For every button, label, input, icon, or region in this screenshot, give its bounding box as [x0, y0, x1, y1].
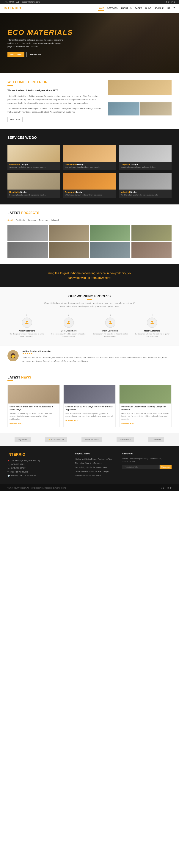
news-read-3[interactable]: READ MORE » [121, 423, 134, 425]
welcome-section: WELCOME TO INTERIOR We are the best Inte… [0, 73, 179, 129]
logo[interactable]: INTERRIO [4, 6, 21, 10]
footer-phone1[interactable]: 📞(+01) 987 654 321 [7, 463, 69, 466]
email-address[interactable]: support@interrio.com [22, 1, 40, 3]
social-pinterest[interactable]: p [174, 1, 175, 3]
testimonial-section: 👩 Ashley Fletcher - Homemaker ★★★★★ Toda… [0, 345, 179, 369]
nav-links: HOME SERVICES ABOUT US PAGES BLOG JOOMLA… [98, 6, 175, 11]
newsletter-subscribe-button[interactable]: Subscribe [159, 465, 172, 469]
news-read-2[interactable]: READ MORE » [65, 420, 78, 422]
projects-grid [7, 225, 172, 258]
hero-cta-button[interactable]: GET IT NOW [7, 52, 24, 57]
bottom-social-google[interactable]: g+ [163, 487, 166, 489]
filter-restaurant[interactable]: Restaurant [39, 219, 48, 222]
service-hospitality-desc: Designing hospital area with equipments … [9, 194, 58, 196]
nav-menu[interactable]: ☰ [173, 6, 175, 11]
project-item[interactable] [49, 242, 89, 258]
footer-hours: 🕐Monday - Sat / 09:30 to 18:30 [7, 474, 69, 477]
service-commercial-img [63, 145, 116, 162]
news-title: LATEST NEWS [7, 375, 172, 379]
projects-underline [7, 216, 13, 216]
news-underline [7, 380, 13, 381]
welcome-image-2 [141, 102, 172, 116]
top-bar-contacts: (+01) 987 654 321 support@interrio.com [4, 1, 40, 3]
project-item[interactable] [131, 242, 172, 258]
news-image-3 [120, 385, 171, 403]
welcome-images [108, 80, 172, 122]
footer-news-heading: Popular News [75, 453, 116, 455]
hero-read-more-button[interactable]: READ MORE [26, 52, 44, 57]
client-home-energy: HOME ENERGY [82, 437, 102, 442]
welcome-heading: We are the best Interior designer since … [7, 88, 102, 93]
project-item[interactable] [90, 242, 130, 258]
footer-link-4[interactable]: Contemporary Kitchens for Every Budget [75, 469, 116, 474]
news-card-2: Kitchen Ideas: 11 Neat Ways to Store You… [63, 385, 116, 427]
service-residential-desc: We design Wardrobes, Kitchen Cabinets ba… [9, 166, 58, 168]
project-item[interactable] [90, 225, 130, 241]
nav-joomla[interactable]: JOOMLA! [155, 6, 164, 11]
footer-bottom: © 2016 Your Company. All Rights Reserved… [0, 484, 179, 491]
footer-link-1[interactable]: Kitchen and Dining Rooms Furniture for Y… [75, 457, 116, 461]
process-section: OUR WORKING PROCESS We've distilled our … [0, 287, 179, 345]
project-item[interactable] [7, 225, 48, 241]
filter-industrial[interactable]: Industrial [51, 219, 59, 222]
nav-home[interactable]: HOME [98, 6, 104, 11]
footer-logo: INTERRIO [7, 453, 69, 457]
phone-number[interactable]: (+01) 987 654 321 [4, 1, 19, 3]
person-icon [25, 320, 29, 325]
footer-col-news: Popular News Kitchen and Dining Rooms Fu… [75, 453, 116, 478]
nav-services[interactable]: SERVICES [107, 6, 117, 11]
learn-more-button[interactable]: Learn More [7, 117, 23, 122]
footer-section: INTERRIO 📍238 interrio (In park) New Yor… [0, 446, 179, 484]
title-underline [7, 85, 13, 86]
footer-col-newsletter: Newsletter We don't do mail to spam and … [122, 453, 172, 478]
newsletter-email-input[interactable] [122, 465, 159, 469]
filter-residential[interactable]: Residential [16, 219, 25, 222]
footer-link-3[interactable]: Home design tips for the Modern home [75, 465, 116, 469]
project-item[interactable] [131, 225, 172, 241]
filter-all[interactable]: See All [7, 219, 13, 222]
bottom-social-pinterest[interactable]: p [170, 487, 172, 489]
step-2-title: Meet Customers [49, 330, 88, 332]
news-grid: Know How to Store Your Home Appliances i… [7, 385, 172, 427]
step-1-title: Meet Customers [7, 330, 47, 332]
process-underline [87, 299, 92, 300]
nav-blog[interactable]: BLOG [145, 6, 151, 11]
news-read-1[interactable]: READ MORE » [9, 423, 22, 425]
social-twitter[interactable]: t [166, 1, 167, 3]
footer-link-2[interactable]: The Unique Style from Decades [75, 461, 116, 465]
projects-title: LATEST PROJECTS [7, 211, 172, 215]
nav-pages[interactable]: PAGES [135, 6, 142, 11]
footer-address: 📍238 interrio (In park) New York City [7, 459, 69, 463]
news-title-1: Know How to Store Your Home Appliances i… [9, 405, 58, 411]
service-hospitality: Hospitality Design Designing hospital ar… [7, 173, 60, 198]
news-title-2: Kitchen Ideas: 11 Neat Ways to Store You… [65, 405, 114, 411]
newsletter-form: Subscribe [122, 465, 172, 469]
bottom-social-twitter[interactable]: t [161, 487, 161, 489]
main-nav: INTERRIO HOME SERVICES ABOUT US PAGES BL… [0, 4, 179, 13]
person-icon-3 [108, 320, 113, 325]
social-instagram[interactable]: in [171, 1, 173, 3]
nav-about[interactable]: ABOUT US [121, 6, 131, 11]
bottom-social-facebook[interactable]: f [159, 487, 159, 489]
step-4-text: Our designers will meet the customer to … [132, 333, 172, 338]
service-corporate-desc: Changing business climate, workplace des… [121, 166, 170, 168]
project-item[interactable] [49, 225, 89, 241]
social-facebook[interactable]: f [165, 1, 165, 3]
copyright-text: © 2016 Your Company. All Rights Reserved… [7, 487, 66, 489]
service-restaurant: Restaurant Design Will differentiate you… [63, 173, 116, 198]
footer-email[interactable]: ✉support@interrio.com [7, 470, 69, 474]
service-industrial-desc: Will differentiate you from the ordinary… [121, 194, 170, 196]
client-company: COMPANY [148, 437, 164, 442]
service-commercial-desc: Best projects and products in the commer… [65, 166, 114, 168]
social-google[interactable]: g+ [168, 1, 171, 3]
filter-corporate[interactable]: Corporate [28, 219, 36, 222]
process-description: We've distilled our interior design expe… [43, 302, 136, 308]
project-item[interactable] [7, 242, 48, 258]
clients-section: Digitalside ⚡ CONVERSION HOME ENERGY ⚙ M… [0, 433, 179, 446]
hero-title: ECO MATERIALS [7, 29, 73, 37]
footer-phone2[interactable]: 📞(+01) 987 987 321 [7, 466, 69, 470]
bottom-social-instagram[interactable]: in [167, 487, 169, 489]
footer-links: Kitchen and Dining Rooms Furniture for Y… [75, 457, 116, 478]
nav-k2[interactable]: K2 [168, 6, 170, 11]
footer-link-5[interactable]: Innovative ideas for Your Home [75, 474, 116, 478]
